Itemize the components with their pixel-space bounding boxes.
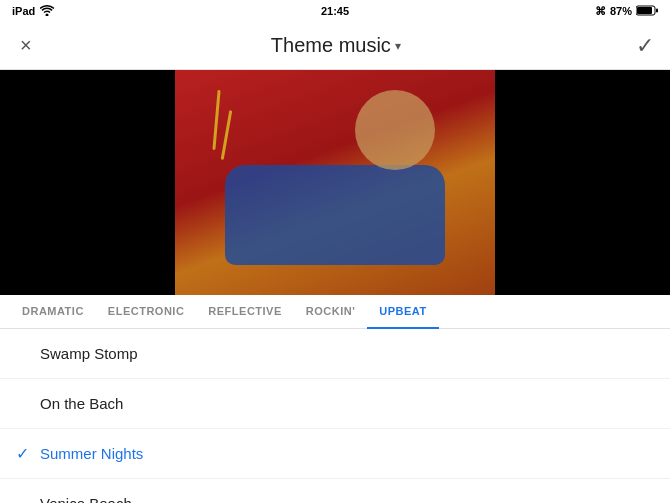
title-area[interactable]: Theme music ▾ (271, 34, 401, 57)
video-thumbnail (175, 70, 495, 295)
song-name-venice-beach: Venice Beach (40, 495, 132, 503)
song-item-on-the-bach[interactable]: On the Bach (0, 379, 670, 429)
media-black-right (495, 70, 610, 295)
song-item-swamp-stomp[interactable]: Swamp Stomp (0, 329, 670, 379)
wifi-icon (40, 5, 54, 18)
status-right: ⌘ 87% (595, 5, 658, 18)
tab-electronic[interactable]: ELECTRONIC (96, 295, 197, 329)
song-item-summer-nights[interactable]: ✓ Summer Nights (0, 429, 670, 479)
confirm-button[interactable]: ✓ (636, 33, 654, 59)
svg-rect-1 (637, 7, 652, 14)
bluetooth-icon: ⌘ (595, 5, 606, 18)
tab-upbeat[interactable]: UPBEAT (367, 295, 438, 329)
chevron-down-icon: ▾ (395, 39, 401, 53)
carrier-label: iPad (12, 5, 35, 17)
status-left: iPad (12, 5, 54, 18)
song-name-on-the-bach: On the Bach (40, 395, 123, 412)
media-preview (0, 70, 670, 295)
tab-dramatic[interactable]: DRAMATIC (10, 295, 96, 329)
media-black-left (60, 70, 175, 295)
song-name-swamp-stomp: Swamp Stomp (40, 345, 138, 362)
battery-percentage: 87% (610, 5, 632, 17)
song-check-summer-nights: ✓ (16, 444, 40, 463)
tab-rockin[interactable]: ROCKIN' (294, 295, 368, 329)
status-bar: iPad 21:45 ⌘ 87% (0, 0, 670, 22)
tab-reflective[interactable]: REFLECTIVE (196, 295, 293, 329)
svg-rect-2 (656, 8, 658, 12)
song-name-summer-nights: Summer Nights (40, 445, 143, 462)
song-item-venice-beach[interactable]: Venice Beach (0, 479, 670, 503)
close-button[interactable]: × (16, 30, 36, 61)
genre-tabs: DRAMATIC ELECTRONIC REFLECTIVE ROCKIN' U… (0, 295, 670, 329)
song-list: Swamp Stomp On the Bach ✓ Summer Nights … (0, 329, 670, 503)
top-bar: × Theme music ▾ ✓ (0, 22, 670, 70)
battery-icon (636, 5, 658, 18)
page-title: Theme music (271, 34, 391, 57)
time-display: 21:45 (321, 5, 349, 17)
